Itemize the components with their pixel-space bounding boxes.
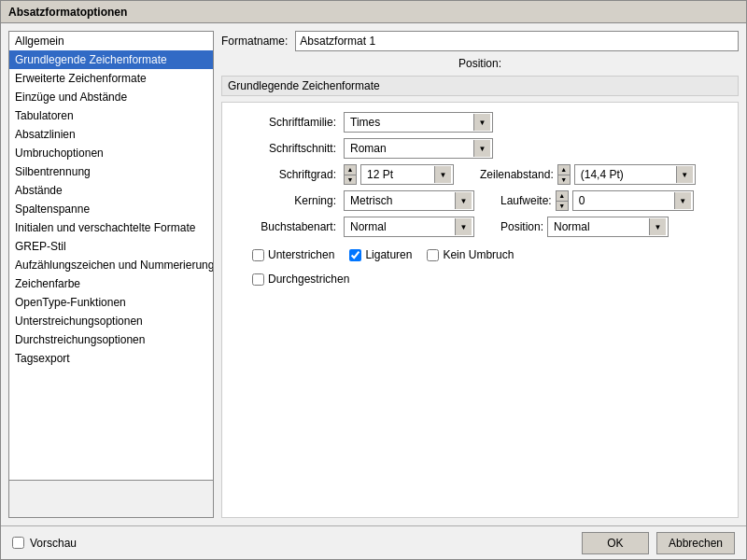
- laufweite-down[interactable]: ▼: [557, 202, 568, 211]
- sidebar-item-grundlegende[interactable]: Grundlegende Zeichenformate: [9, 50, 213, 69]
- kerning-laufweite-row: Kerning: Metrisch ▼ Laufweite: ▲ ▼ 0 ▼: [237, 190, 723, 211]
- zeilenabstand-arrow[interactable]: ▼: [676, 166, 693, 183]
- sidebar-item-silbentrennung[interactable]: Silbentrennung: [9, 162, 213, 181]
- preview-checkbox[interactable]: [12, 537, 24, 549]
- schriftfamilie-label: Schriftfamilie:: [237, 116, 340, 129]
- right-panel: Formatname: Position: Grundlegende Zeich…: [221, 31, 739, 518]
- buchstabenart-dropdown[interactable]: Normal ▼: [344, 217, 474, 237]
- format-name-label: Formatname:: [221, 35, 288, 48]
- schriftfamilie-dropdown[interactable]: Times ▼: [344, 112, 493, 133]
- sidebar-item-tagsexport[interactable]: Tagsexport: [9, 349, 213, 368]
- position-row: Position:: [221, 57, 739, 70]
- sidebar-item-unterstreichung[interactable]: Unterstreichungsoptionen: [9, 312, 213, 330]
- schriftschnitt-row: Schriftschnitt: Roman ▼: [237, 138, 723, 159]
- laufweite-arrow[interactable]: ▼: [674, 192, 691, 209]
- laufweite-value: 0: [575, 194, 674, 207]
- durchgestrichen-checkbox[interactable]: [252, 273, 264, 286]
- buchstabenart-label: Buchstabenart:: [237, 220, 340, 233]
- position-dropdown[interactable]: Normal ▼: [547, 217, 669, 237]
- unterstrichen-checkbox-item[interactable]: Unterstrichen: [252, 248, 334, 261]
- list-bottom-area: [9, 480, 213, 517]
- zeilenabstand-up[interactable]: ▲: [558, 165, 570, 175]
- position-label: Position:: [458, 57, 501, 70]
- form-area: Schriftfamilie: Times ▼ Schriftschnitt: …: [221, 102, 739, 518]
- position-arrow[interactable]: ▼: [649, 218, 666, 235]
- ligaturen-checkbox-item[interactable]: Ligaturen: [349, 248, 412, 261]
- schriftschnitt-arrow[interactable]: ▼: [473, 140, 490, 157]
- zeilenabstand-down[interactable]: ▼: [558, 175, 570, 185]
- format-name-row: Formatname:: [221, 31, 739, 51]
- sidebar-item-umbruch[interactable]: Umbruchoptionen: [9, 144, 213, 162]
- kerning-dropdown[interactable]: Metrisch ▼: [344, 190, 474, 211]
- schriftgrad-down[interactable]: ▼: [345, 175, 356, 185]
- laufweite-dropdown[interactable]: 0 ▼: [572, 190, 694, 211]
- buchstabenart-arrow[interactable]: ▼: [455, 218, 472, 235]
- sidebar-item-zeichenfarbe[interactable]: Zeichenfarbe: [9, 274, 213, 293]
- buchstabenart-value: Normal: [346, 220, 455, 233]
- schriftschnitt-dropdown[interactable]: Roman ▼: [344, 138, 493, 159]
- schriftgrad-value: 12 Pt: [363, 168, 434, 181]
- zeilenabstand-label: Zeilenabstand:: [480, 168, 554, 181]
- schriftgrad-dropdown[interactable]: 12 Pt ▼: [360, 164, 454, 185]
- preview-label: Vorschau: [30, 537, 77, 550]
- schriftgrad-zeilenabstand-row: Schriftgrad: ▲ ▼ 12 Pt ▼ Zeilenabstand: …: [237, 164, 723, 185]
- checkboxes-row1: Unterstrichen Ligaturen Kein Umbruch: [252, 248, 723, 261]
- title-bar: Absatzformatoptionen: [1, 1, 746, 23]
- zeilenabstand-dropdown[interactable]: (14,4 Pt) ▼: [574, 164, 696, 185]
- schriftgrad-up[interactable]: ▲: [345, 165, 356, 175]
- kein-umbruch-checkbox[interactable]: [427, 249, 439, 261]
- sidebar-item-aufzaehlung[interactable]: Aufzählungszeichen und Nummerierung: [9, 256, 213, 274]
- ligaturen-checkbox[interactable]: [349, 249, 361, 261]
- schriftschnitt-label: Schriftschnitt:: [237, 142, 340, 155]
- ligaturen-label: Ligaturen: [365, 248, 412, 261]
- position-value: Normal: [550, 220, 649, 233]
- title-text: Absatzformatoptionen: [8, 6, 127, 19]
- zeilenabstand-value: (14,4 Pt): [577, 168, 676, 181]
- schriftgrad-arrow[interactable]: ▼: [434, 166, 451, 183]
- kein-umbruch-label: Kein Umbruch: [443, 248, 514, 261]
- sidebar-item-initialen[interactable]: Initialen und verschachtelte Formate: [9, 218, 213, 237]
- dialog-body: Allgemein Grundlegende Zeichenformate Er…: [1, 23, 746, 525]
- sidebar-item-spaltenspanne[interactable]: Spaltenspanne: [9, 200, 213, 218]
- laufweite-spinner[interactable]: ▲ ▼: [556, 190, 569, 211]
- dialog: Absatzformatoptionen Allgemein Grundlege…: [0, 0, 747, 560]
- laufweite-up[interactable]: ▲: [557, 191, 568, 202]
- left-panel: Allgemein Grundlegende Zeichenformate Er…: [8, 31, 214, 518]
- sidebar-item-erweiterte[interactable]: Erweiterte Zeichenformate: [9, 69, 213, 88]
- footer-left: Vorschau: [12, 537, 77, 550]
- ok-button[interactable]: OK: [582, 532, 649, 554]
- kein-umbruch-checkbox-item[interactable]: Kein Umbruch: [427, 248, 514, 261]
- position-form-label: Position:: [500, 220, 543, 233]
- unterstrichen-checkbox[interactable]: [252, 249, 264, 261]
- sidebar-item-tabulatoren[interactable]: Tabulatoren: [9, 106, 213, 125]
- dialog-footer: Vorschau OK Abbrechen: [1, 525, 746, 559]
- checkboxes-row2: Durchgestrichen: [252, 273, 723, 286]
- kerning-arrow[interactable]: ▼: [455, 192, 472, 209]
- schriftschnitt-value: Roman: [346, 142, 473, 155]
- sidebar-item-durchstreichung[interactable]: Durchstreichungsoptionen: [9, 330, 213, 349]
- zeilenabstand-spinner[interactable]: ▲ ▼: [557, 164, 571, 185]
- laufweite-label: Laufweite:: [500, 194, 552, 207]
- section-header: Grundlegende Zeichenformate: [221, 76, 739, 96]
- schriftgrad-label: Schriftgrad:: [237, 168, 340, 181]
- kerning-value: Metrisch: [346, 194, 455, 207]
- schriftfamilie-value: Times: [346, 116, 473, 129]
- cancel-button[interactable]: Abbrechen: [656, 532, 735, 554]
- unterstrichen-label: Unterstrichen: [268, 248, 334, 261]
- sidebar-item-einzuege[interactable]: Einzüge und Abstände: [9, 88, 213, 106]
- durchgestrichen-checkbox-item[interactable]: Durchgestrichen: [252, 273, 349, 286]
- sidebar-item-opentype[interactable]: OpenType-Funktionen: [9, 293, 213, 312]
- sidebar-item-allgemein[interactable]: Allgemein: [9, 32, 213, 50]
- sidebar-item-grep[interactable]: GREP-Stil: [9, 237, 213, 256]
- schriftgrad-spinner[interactable]: ▲ ▼: [344, 164, 357, 185]
- kerning-label: Kerning:: [237, 194, 340, 207]
- sidebar-list[interactable]: Allgemein Grundlegende Zeichenformate Er…: [9, 32, 213, 480]
- sidebar-item-abstaende[interactable]: Abstände: [9, 181, 213, 200]
- footer-right: OK Abbrechen: [582, 532, 735, 554]
- durchgestrichen-label: Durchgestrichen: [268, 273, 349, 286]
- schriftfamilie-row: Schriftfamilie: Times ▼: [237, 112, 723, 133]
- sidebar-item-absatzlinien[interactable]: Absatzlinien: [9, 125, 213, 144]
- schriftfamilie-arrow[interactable]: ▼: [473, 114, 490, 131]
- format-name-input[interactable]: [295, 31, 739, 51]
- buchstabenart-position-row: Buchstabenart: Normal ▼ Position: Normal…: [237, 217, 723, 237]
